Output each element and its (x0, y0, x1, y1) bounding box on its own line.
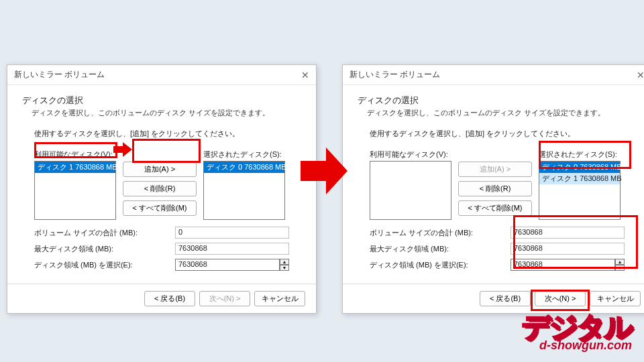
close-icon[interactable]: ✕ (637, 70, 644, 80)
available-disks-list[interactable] (370, 161, 451, 220)
arrow-icon (113, 142, 133, 157)
spin-up-icon[interactable]: ▲ (615, 259, 625, 265)
remove-button[interactable]: < 削除(R) (123, 181, 197, 196)
selected-disks-list[interactable]: ディスク 0 7630868 MB (203, 161, 285, 220)
total-size-label: ボリューム サイズの合計 (MB): (34, 228, 175, 238)
back-button[interactable]: < 戻る(B) (480, 291, 531, 306)
wizard-dialog-before: 新しいミラー ボリューム ✕ ディスクの選択 ディスクを選択し、このボリュームの… (7, 64, 317, 314)
logo-url: d-showgun.com (522, 339, 632, 353)
total-size-value: 0 (175, 227, 289, 239)
select-space-label: ディスク領域 (MB) を選択(E): (370, 260, 511, 270)
max-space-value: 7630868 (511, 243, 625, 255)
titlebar: 新しいミラー ボリューム ✕ (7, 65, 316, 85)
cancel-button[interactable]: キャンセル (254, 291, 305, 306)
total-size-label: ボリューム サイズの合計 (MB): (370, 228, 511, 238)
max-space-label: 最大ディスク領域 (MB): (370, 244, 511, 254)
select-space-input[interactable]: 7630868 (175, 259, 280, 271)
select-space-input[interactable]: 7630868 (511, 259, 615, 271)
close-icon[interactable]: ✕ (301, 70, 309, 80)
max-space-value: 7630868 (175, 243, 289, 255)
instruction-text: 使用するディスクを選択し、[追加] をクリックしてください。 (34, 129, 301, 139)
available-disks-label: 利用可能なディスク(V): (370, 149, 451, 160)
titlebar: 新しいミラー ボリューム ✕ (343, 65, 644, 85)
remove-all-button[interactable]: < すべて削除(M) (458, 200, 532, 216)
list-item[interactable]: ディスク 0 7630868 MB (539, 162, 620, 173)
add-button[interactable]: 追加(A) > (123, 162, 197, 177)
remove-all-button[interactable]: < すべて削除(M) (123, 200, 197, 216)
remove-button[interactable]: < 削除(R) (458, 181, 532, 196)
logo-text: デジタル (522, 313, 632, 341)
next-button[interactable]: 次へ(N) > (535, 291, 586, 306)
dialog-title: 新しいミラー ボリューム (350, 69, 440, 80)
wizard-dialog-after: 新しいミラー ボリューム ✕ ディスクの選択 ディスクを選択し、このボリュームの… (342, 64, 644, 314)
spin-down-icon[interactable]: ▼ (280, 265, 289, 271)
max-space-label: 最大ディスク領域 (MB): (34, 244, 175, 254)
available-disks-label: 利用可能なディスク(V): (34, 149, 116, 160)
list-item[interactable]: ディスク 1 7630868 MB (539, 173, 620, 184)
arrow-icon (301, 147, 349, 194)
instruction-text: 使用するディスクを選択し、[追加] をクリックしてください。 (370, 129, 637, 139)
next-button[interactable]: 次へ(N) > (199, 291, 250, 306)
spin-down-icon[interactable]: ▼ (615, 265, 625, 271)
select-space-label: ディスク領域 (MB) を選択(E): (34, 260, 175, 270)
list-item[interactable]: ディスク 0 7630868 MB (204, 162, 284, 173)
available-disks-list[interactable]: ディスク 1 7630868 MB (34, 161, 116, 220)
page-subheading: ディスクを選択し、このボリュームのディスク サイズを設定できます。 (22, 108, 301, 118)
selected-disks-list[interactable]: ディスク 0 7630868 MB ディスク 1 7630868 MB (539, 161, 621, 220)
list-item[interactable]: ディスク 1 7630868 MB (35, 162, 115, 173)
dialog-title: 新しいミラー ボリューム (14, 69, 105, 80)
page-heading: ディスクの選択 (358, 95, 637, 107)
total-size-value: 7630868 (511, 227, 625, 239)
cancel-button[interactable]: キャンセル (590, 291, 641, 306)
back-button[interactable]: < 戻る(B) (144, 291, 195, 306)
watermark-logo: デジタル d-showgun.com (522, 313, 632, 353)
selected-disks-label: 選択されたディスク(S): (203, 149, 285, 160)
page-subheading: ディスクを選択し、このボリュームのディスク サイズを設定できます。 (358, 108, 637, 118)
spin-up-icon[interactable]: ▲ (280, 259, 289, 265)
page-heading: ディスクの選択 (22, 95, 301, 107)
add-button[interactable]: 追加(A) > (458, 162, 532, 177)
selected-disks-label: 選択されたディスク(S): (539, 149, 621, 160)
